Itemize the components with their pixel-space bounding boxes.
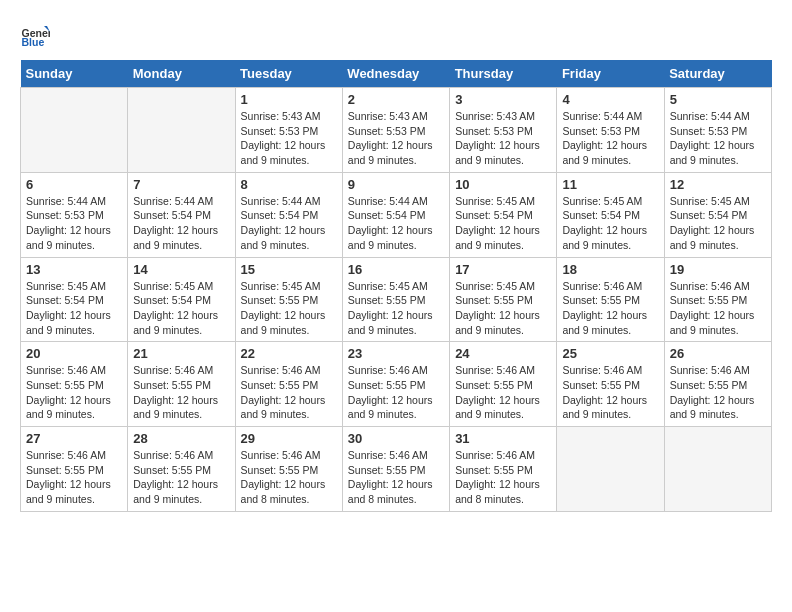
day-number: 18 bbox=[562, 262, 658, 277]
calendar-cell: 31Sunrise: 5:46 AM Sunset: 5:55 PM Dayli… bbox=[450, 427, 557, 512]
day-number: 31 bbox=[455, 431, 551, 446]
day-info: Sunrise: 5:46 AM Sunset: 5:55 PM Dayligh… bbox=[562, 279, 658, 338]
day-number: 4 bbox=[562, 92, 658, 107]
day-info: Sunrise: 5:45 AM Sunset: 5:54 PM Dayligh… bbox=[562, 194, 658, 253]
day-number: 27 bbox=[26, 431, 122, 446]
calendar-cell: 28Sunrise: 5:46 AM Sunset: 5:55 PM Dayli… bbox=[128, 427, 235, 512]
day-number: 19 bbox=[670, 262, 766, 277]
day-info: Sunrise: 5:44 AM Sunset: 5:54 PM Dayligh… bbox=[241, 194, 337, 253]
calendar-cell: 17Sunrise: 5:45 AM Sunset: 5:55 PM Dayli… bbox=[450, 257, 557, 342]
day-info: Sunrise: 5:45 AM Sunset: 5:55 PM Dayligh… bbox=[348, 279, 444, 338]
calendar-week-row: 1Sunrise: 5:43 AM Sunset: 5:53 PM Daylig… bbox=[21, 88, 772, 173]
day-info: Sunrise: 5:45 AM Sunset: 5:55 PM Dayligh… bbox=[241, 279, 337, 338]
day-info: Sunrise: 5:46 AM Sunset: 5:55 PM Dayligh… bbox=[670, 279, 766, 338]
calendar-cell bbox=[21, 88, 128, 173]
calendar-cell: 7Sunrise: 5:44 AM Sunset: 5:54 PM Daylig… bbox=[128, 172, 235, 257]
day-number: 22 bbox=[241, 346, 337, 361]
day-number: 15 bbox=[241, 262, 337, 277]
day-info: Sunrise: 5:46 AM Sunset: 5:55 PM Dayligh… bbox=[133, 448, 229, 507]
calendar-cell: 14Sunrise: 5:45 AM Sunset: 5:54 PM Dayli… bbox=[128, 257, 235, 342]
calendar-cell: 11Sunrise: 5:45 AM Sunset: 5:54 PM Dayli… bbox=[557, 172, 664, 257]
svg-text:Blue: Blue bbox=[22, 36, 45, 48]
calendar-cell: 10Sunrise: 5:45 AM Sunset: 5:54 PM Dayli… bbox=[450, 172, 557, 257]
day-info: Sunrise: 5:45 AM Sunset: 5:54 PM Dayligh… bbox=[26, 279, 122, 338]
calendar-cell: 16Sunrise: 5:45 AM Sunset: 5:55 PM Dayli… bbox=[342, 257, 449, 342]
calendar-cell: 15Sunrise: 5:45 AM Sunset: 5:55 PM Dayli… bbox=[235, 257, 342, 342]
day-number: 16 bbox=[348, 262, 444, 277]
day-number: 28 bbox=[133, 431, 229, 446]
calendar-week-row: 20Sunrise: 5:46 AM Sunset: 5:55 PM Dayli… bbox=[21, 342, 772, 427]
day-info: Sunrise: 5:45 AM Sunset: 5:54 PM Dayligh… bbox=[133, 279, 229, 338]
day-number: 17 bbox=[455, 262, 551, 277]
page-header: General Blue bbox=[20, 20, 772, 50]
day-number: 26 bbox=[670, 346, 766, 361]
calendar-cell: 30Sunrise: 5:46 AM Sunset: 5:55 PM Dayli… bbox=[342, 427, 449, 512]
calendar-week-row: 13Sunrise: 5:45 AM Sunset: 5:54 PM Dayli… bbox=[21, 257, 772, 342]
day-number: 6 bbox=[26, 177, 122, 192]
day-number: 14 bbox=[133, 262, 229, 277]
day-info: Sunrise: 5:46 AM Sunset: 5:55 PM Dayligh… bbox=[26, 448, 122, 507]
day-number: 20 bbox=[26, 346, 122, 361]
day-number: 13 bbox=[26, 262, 122, 277]
day-info: Sunrise: 5:44 AM Sunset: 5:53 PM Dayligh… bbox=[26, 194, 122, 253]
day-number: 2 bbox=[348, 92, 444, 107]
calendar-cell bbox=[128, 88, 235, 173]
calendar-cell: 23Sunrise: 5:46 AM Sunset: 5:55 PM Dayli… bbox=[342, 342, 449, 427]
day-info: Sunrise: 5:46 AM Sunset: 5:55 PM Dayligh… bbox=[670, 363, 766, 422]
day-info: Sunrise: 5:43 AM Sunset: 5:53 PM Dayligh… bbox=[241, 109, 337, 168]
day-number: 3 bbox=[455, 92, 551, 107]
day-number: 25 bbox=[562, 346, 658, 361]
calendar-cell: 1Sunrise: 5:43 AM Sunset: 5:53 PM Daylig… bbox=[235, 88, 342, 173]
calendar-week-row: 27Sunrise: 5:46 AM Sunset: 5:55 PM Dayli… bbox=[21, 427, 772, 512]
day-info: Sunrise: 5:44 AM Sunset: 5:53 PM Dayligh… bbox=[670, 109, 766, 168]
weekday-header: Sunday bbox=[21, 60, 128, 88]
calendar-cell: 22Sunrise: 5:46 AM Sunset: 5:55 PM Dayli… bbox=[235, 342, 342, 427]
day-info: Sunrise: 5:46 AM Sunset: 5:55 PM Dayligh… bbox=[348, 448, 444, 507]
calendar-header-row: SundayMondayTuesdayWednesdayThursdayFrid… bbox=[21, 60, 772, 88]
calendar-cell: 21Sunrise: 5:46 AM Sunset: 5:55 PM Dayli… bbox=[128, 342, 235, 427]
weekday-header: Friday bbox=[557, 60, 664, 88]
day-info: Sunrise: 5:46 AM Sunset: 5:55 PM Dayligh… bbox=[455, 363, 551, 422]
calendar-week-row: 6Sunrise: 5:44 AM Sunset: 5:53 PM Daylig… bbox=[21, 172, 772, 257]
day-number: 1 bbox=[241, 92, 337, 107]
calendar-cell: 5Sunrise: 5:44 AM Sunset: 5:53 PM Daylig… bbox=[664, 88, 771, 173]
day-info: Sunrise: 5:46 AM Sunset: 5:55 PM Dayligh… bbox=[241, 448, 337, 507]
calendar-cell: 29Sunrise: 5:46 AM Sunset: 5:55 PM Dayli… bbox=[235, 427, 342, 512]
day-number: 7 bbox=[133, 177, 229, 192]
calendar-cell: 8Sunrise: 5:44 AM Sunset: 5:54 PM Daylig… bbox=[235, 172, 342, 257]
weekday-header: Thursday bbox=[450, 60, 557, 88]
calendar-cell: 18Sunrise: 5:46 AM Sunset: 5:55 PM Dayli… bbox=[557, 257, 664, 342]
calendar-cell: 27Sunrise: 5:46 AM Sunset: 5:55 PM Dayli… bbox=[21, 427, 128, 512]
logo: General Blue bbox=[20, 20, 50, 50]
calendar-table: SundayMondayTuesdayWednesdayThursdayFrid… bbox=[20, 60, 772, 512]
weekday-header: Wednesday bbox=[342, 60, 449, 88]
day-number: 5 bbox=[670, 92, 766, 107]
calendar-cell bbox=[664, 427, 771, 512]
calendar-cell: 13Sunrise: 5:45 AM Sunset: 5:54 PM Dayli… bbox=[21, 257, 128, 342]
calendar-cell: 4Sunrise: 5:44 AM Sunset: 5:53 PM Daylig… bbox=[557, 88, 664, 173]
calendar-cell: 24Sunrise: 5:46 AM Sunset: 5:55 PM Dayli… bbox=[450, 342, 557, 427]
day-number: 8 bbox=[241, 177, 337, 192]
calendar-body: 1Sunrise: 5:43 AM Sunset: 5:53 PM Daylig… bbox=[21, 88, 772, 512]
calendar-cell: 9Sunrise: 5:44 AM Sunset: 5:54 PM Daylig… bbox=[342, 172, 449, 257]
calendar-cell: 19Sunrise: 5:46 AM Sunset: 5:55 PM Dayli… bbox=[664, 257, 771, 342]
day-info: Sunrise: 5:45 AM Sunset: 5:55 PM Dayligh… bbox=[455, 279, 551, 338]
day-info: Sunrise: 5:46 AM Sunset: 5:55 PM Dayligh… bbox=[133, 363, 229, 422]
day-info: Sunrise: 5:46 AM Sunset: 5:55 PM Dayligh… bbox=[241, 363, 337, 422]
day-info: Sunrise: 5:46 AM Sunset: 5:55 PM Dayligh… bbox=[26, 363, 122, 422]
day-number: 10 bbox=[455, 177, 551, 192]
day-info: Sunrise: 5:45 AM Sunset: 5:54 PM Dayligh… bbox=[670, 194, 766, 253]
day-info: Sunrise: 5:44 AM Sunset: 5:53 PM Dayligh… bbox=[562, 109, 658, 168]
calendar-cell: 25Sunrise: 5:46 AM Sunset: 5:55 PM Dayli… bbox=[557, 342, 664, 427]
day-info: Sunrise: 5:45 AM Sunset: 5:54 PM Dayligh… bbox=[455, 194, 551, 253]
calendar-cell: 3Sunrise: 5:43 AM Sunset: 5:53 PM Daylig… bbox=[450, 88, 557, 173]
day-number: 11 bbox=[562, 177, 658, 192]
day-info: Sunrise: 5:46 AM Sunset: 5:55 PM Dayligh… bbox=[562, 363, 658, 422]
calendar-cell: 12Sunrise: 5:45 AM Sunset: 5:54 PM Dayli… bbox=[664, 172, 771, 257]
day-number: 23 bbox=[348, 346, 444, 361]
day-number: 30 bbox=[348, 431, 444, 446]
weekday-header: Monday bbox=[128, 60, 235, 88]
day-number: 29 bbox=[241, 431, 337, 446]
day-info: Sunrise: 5:44 AM Sunset: 5:54 PM Dayligh… bbox=[348, 194, 444, 253]
day-info: Sunrise: 5:43 AM Sunset: 5:53 PM Dayligh… bbox=[348, 109, 444, 168]
